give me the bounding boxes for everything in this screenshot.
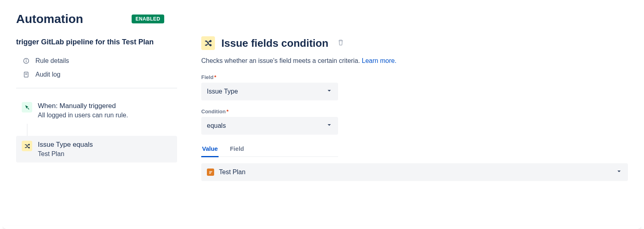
shuffle-icon (201, 36, 215, 50)
chevron-down-icon (616, 168, 622, 176)
svg-rect-9 (209, 173, 211, 173)
nav-rule-details[interactable]: Rule details (16, 54, 177, 68)
select-value: Issue Type (207, 88, 238, 95)
nav-audit-log[interactable]: Audit log (16, 68, 177, 81)
panel-title: Issue fields condition (221, 37, 328, 50)
info-icon (23, 57, 30, 65)
step-condition[interactable]: Issue Type equals Test Plan (16, 136, 177, 162)
chevron-down-icon (326, 87, 332, 96)
step-title: Issue Type equals (38, 141, 93, 149)
step-trigger[interactable]: When: Manually triggered All logged in u… (16, 97, 177, 124)
step-subtitle: All logged in users can run rule. (38, 112, 128, 119)
field-label: Field* (201, 74, 628, 80)
select-value: Test Plan (219, 169, 246, 176)
cursor-icon (22, 102, 32, 112)
page-title: Automation (16, 12, 83, 26)
tab-field[interactable]: Field (229, 143, 245, 156)
status-badge: ENABLED (132, 15, 165, 23)
divider (16, 88, 177, 88)
step-title: When: Manually triggered (38, 102, 128, 110)
test-plan-icon (207, 169, 214, 176)
panel-description: Checks whether an issue's field meets a … (201, 57, 628, 65)
svg-line-6 (27, 108, 29, 109)
step-connector (27, 124, 183, 136)
svg-point-1 (26, 59, 27, 60)
nav-label: Rule details (35, 57, 69, 65)
tab-value[interactable]: Value (201, 143, 219, 157)
condition-label: Condition* (201, 108, 628, 114)
svg-rect-2 (26, 60, 26, 62)
document-icon (23, 71, 30, 78)
rule-name: trigger GitLab pipeline for this Test Pl… (16, 37, 161, 47)
svg-rect-8 (209, 172, 211, 173)
nav-label: Audit log (35, 71, 60, 78)
value-field-tabs: Value Field (201, 143, 338, 157)
shuffle-icon (22, 141, 32, 151)
value-select[interactable]: Test Plan (201, 163, 628, 181)
field-select[interactable]: Issue Type (201, 83, 338, 100)
condition-select[interactable]: equals (201, 117, 338, 135)
learn-more-link[interactable]: Learn more. (362, 57, 396, 64)
shadow-decoration (3, 226, 641, 229)
select-value: equals (207, 122, 226, 129)
trash-icon[interactable] (337, 39, 344, 48)
svg-rect-7 (209, 171, 212, 171)
chevron-down-icon (326, 122, 332, 130)
step-subtitle: Test Plan (38, 150, 93, 158)
